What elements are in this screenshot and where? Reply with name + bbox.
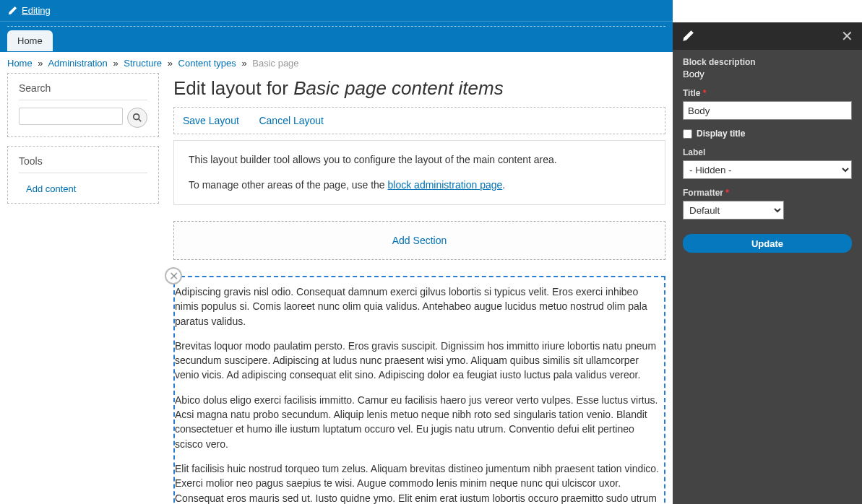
search-block: Search	[7, 73, 159, 137]
add-section-region: Add Section	[173, 221, 665, 260]
crumb-sep: »	[241, 58, 246, 69]
body-para: Adipiscing gravis nisl odio. Consequat d…	[175, 284, 664, 329]
search-button[interactable]	[127, 108, 147, 128]
tools-block: Tools Add content	[7, 146, 159, 204]
admin-toolbar: Editing	[0, 0, 673, 22]
editing-label: Editing	[22, 5, 51, 16]
layout-actions: Save Layout Cancel Layout	[173, 107, 665, 134]
svg-line-1	[139, 119, 142, 122]
title-em: Basic page content items	[293, 77, 504, 99]
block-description-value: Body	[683, 69, 852, 79]
info-p2: To manage other areas of the page, use t…	[189, 178, 650, 193]
crumb-content-types[interactable]: Content types	[178, 58, 236, 69]
crumb-sep: »	[38, 58, 43, 69]
body-block-region: ✕ Adipiscing gravis nisl odio. Consequat…	[173, 276, 665, 504]
svg-point-0	[134, 114, 139, 120]
block-title-input[interactable]	[683, 101, 852, 120]
panel-body: Block description Body Title * Display t…	[673, 50, 862, 260]
formatter-label: Formatter *	[683, 188, 852, 198]
label-label: Label	[683, 147, 852, 157]
update-button[interactable]: Update	[683, 234, 852, 253]
crumb-structure[interactable]: Structure	[124, 58, 162, 69]
panel-close-button[interactable]: ✕	[841, 27, 853, 45]
title-label: Title *	[683, 88, 852, 98]
title-prefix: Edit layout for	[173, 77, 293, 99]
pencil-icon	[7, 6, 17, 16]
body-para: Brevitas loquor modo paulatim persto. Er…	[175, 339, 664, 383]
editing-link[interactable]: Editing	[7, 5, 51, 16]
display-title-label: Display title	[697, 129, 745, 139]
info-p1: This layout builder tool allows you to c…	[189, 152, 650, 168]
close-icon: ✕	[169, 269, 178, 283]
crumb-sep: »	[113, 58, 118, 69]
crumb-sep: »	[168, 58, 173, 69]
block-description-label: Block description	[683, 57, 852, 67]
body-block[interactable]: Adipiscing gravis nisl odio. Consequat d…	[173, 276, 665, 504]
info-p2a: To manage other areas of the page, use t…	[189, 179, 388, 191]
save-layout-link[interactable]: Save Layout	[183, 115, 239, 126]
block-settings-panel: ✕ Block description Body Title * Display…	[673, 22, 862, 504]
formatter-select[interactable]: Default	[683, 201, 784, 220]
crumb-home[interactable]: Home	[7, 58, 33, 69]
crumb-current: Basic page	[252, 58, 298, 69]
crumb-admin[interactable]: Administration	[48, 58, 107, 69]
body-para: Abico dolus eligo exerci facilisis immit…	[175, 393, 664, 451]
add-section-link[interactable]: Add Section	[392, 235, 447, 246]
tab-home[interactable]: Home	[7, 30, 53, 51]
body-para: Elit facilisis huic nostrud torqueo tum …	[175, 461, 664, 504]
magnifier-icon	[132, 113, 142, 123]
search-heading: Search	[19, 82, 147, 100]
display-title-checkbox[interactable]	[683, 129, 692, 139]
label-select[interactable]: - Hidden -	[683, 160, 852, 179]
panel-header: ✕	[673, 22, 862, 50]
main-content: Edit layout for Basic page content items…	[173, 73, 665, 504]
info-box: This layout builder tool allows you to c…	[173, 140, 665, 205]
breadcrumb: Home » Administration » Structure » Cont…	[0, 52, 673, 73]
block-admin-link[interactable]: block administration page	[388, 179, 503, 191]
info-p2b: .	[502, 179, 505, 191]
remove-block-button[interactable]: ✕	[165, 267, 182, 284]
sidebar: Search Tools Add content	[7, 73, 159, 504]
add-content-link[interactable]: Add content	[19, 181, 147, 194]
tools-heading: Tools	[19, 155, 147, 173]
cancel-layout-link[interactable]: Cancel Layout	[259, 115, 324, 126]
search-input[interactable]	[19, 108, 123, 125]
main-nav: Home	[0, 22, 673, 52]
page-title: Edit layout for Basic page content items	[173, 73, 665, 107]
pencil-icon	[681, 30, 694, 43]
